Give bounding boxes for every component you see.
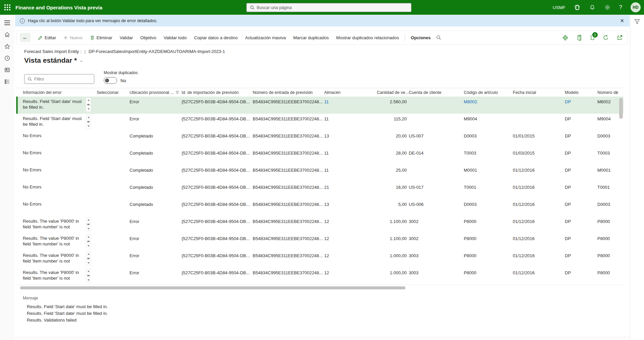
breadcrumb-entity[interactable]: Forecast Sales Import Entity : [24, 49, 82, 54]
message-panel-label: Mensaje [23, 296, 630, 300]
hamburger-menu-icon[interactable] [3, 19, 11, 26]
cell-quantity: 25,00 [377, 165, 409, 182]
table-row[interactable]: No ErrorsCompletado{527C25F0-B03B-4D84-9… [16, 165, 624, 182]
show-duplicates-toggle[interactable] [104, 77, 117, 84]
delete-button[interactable]: Eliminar [86, 33, 116, 43]
filter-input[interactable]: Filtro [24, 74, 94, 84]
mark-duplicates-button[interactable]: Marcar duplicados [290, 33, 333, 43]
cell-text-scrollbar[interactable] [86, 235, 91, 248]
column-header-start_date[interactable]: Fecha inicial [513, 90, 565, 95]
cell-text-scrollbar[interactable] [86, 252, 91, 265]
copy-to-target-button[interactable]: Copiar datos a destino [190, 33, 241, 43]
column-header-model[interactable]: Modelo [565, 90, 597, 95]
table-row[interactable]: No ErrorsCompletado{527C25F0-B03B-4D84-9… [16, 131, 624, 148]
column-header-quantity[interactable]: Cantidad de ve... [377, 90, 409, 95]
column-header-select[interactable]: Seleccionar [97, 90, 130, 95]
column-header-warehouse[interactable]: Almacén [324, 90, 377, 95]
column-header-status[interactable]: Ubicación provisional ... [130, 90, 182, 95]
back-button[interactable]: ← [20, 33, 31, 42]
table-row[interactable]: Results. The value 'P8000' in field 'Ite… [16, 250, 624, 268]
validate-all-button[interactable]: Validar todo [160, 33, 190, 43]
refresh-icon[interactable] [603, 35, 609, 41]
cell-item_code: M9004 [464, 114, 513, 131]
cell-text-scrollbar[interactable] [86, 115, 91, 128]
select-cell[interactable] [97, 165, 130, 182]
show-related-duplicates-button[interactable]: Mostrar duplicados relacionados [333, 33, 403, 43]
notifications-bell-icon[interactable] [589, 4, 596, 11]
select-cell[interactable] [97, 131, 130, 148]
banner-close-icon[interactable]: ✕ [619, 18, 625, 24]
copilot-icon[interactable] [574, 4, 581, 11]
cell-quantity: 28,00 [377, 148, 409, 165]
column-header-item_number[interactable]: Número de [597, 90, 624, 95]
table-row[interactable]: Results. Field 'Start date' must be fill… [16, 97, 624, 114]
mass-update-button[interactable]: Actualización masiva [241, 33, 289, 43]
table-row[interactable]: Results. Field 'Start date' must be fill… [16, 114, 624, 131]
error-info-text: No Errors [23, 131, 85, 148]
open-in-new-icon[interactable] [617, 35, 623, 41]
column-header-import_id[interactable]: Id. de importación de previsión [182, 90, 253, 95]
home-icon[interactable] [3, 31, 11, 38]
horizontal-scrollbar-thumb[interactable] [20, 286, 405, 289]
cell-entry_number: B54834C995E311EEBE37002248... [253, 233, 324, 250]
cell-item_number: T0001 [597, 182, 624, 199]
select-cell[interactable] [97, 182, 130, 199]
cell-start_date: 01/01/2015 [513, 131, 565, 148]
edit-button[interactable]: Editar [34, 33, 60, 43]
column-header-error_info[interactable]: Información del error [23, 90, 97, 95]
cell-item_code[interactable]: M8002 [464, 97, 513, 114]
help-icon[interactable]: ? [619, 4, 622, 10]
company-selector[interactable]: USMF [553, 5, 565, 10]
modules-list-icon[interactable] [3, 78, 11, 85]
table-row[interactable]: No ErrorsCompletado{527C25F0-B03B-4D84-9… [16, 182, 624, 199]
vertical-scrollbar[interactable] [619, 98, 623, 119]
settings-gear-icon[interactable] [604, 4, 611, 11]
cell-import_id: {527C25F0-B03B-4D84-9504-DB... [182, 250, 253, 268]
select-cell[interactable] [97, 250, 130, 268]
filter-pane-funnel-icon[interactable] [634, 19, 640, 340]
target-button[interactable]: Objetivo [137, 33, 160, 43]
error-info-text: No Errors [23, 182, 85, 199]
cell-item_code: P8000 [464, 250, 513, 268]
recent-clock-icon[interactable] [3, 55, 11, 61]
table-row[interactable]: Results. The value 'P8000' in field 'Ite… [16, 216, 624, 233]
cell-status: Completado [130, 165, 182, 182]
select-cell[interactable] [97, 148, 130, 165]
view-chevron-down-icon[interactable]: ⌄ [80, 58, 83, 63]
select-cell[interactable] [97, 268, 130, 285]
avatar[interactable]: HD [631, 2, 641, 12]
select-cell[interactable] [97, 233, 130, 250]
options-button[interactable]: Opciones [407, 33, 434, 43]
toolbar-search-icon[interactable] [436, 35, 441, 40]
cell-text-scrollbar[interactable] [86, 269, 91, 282]
column-options-icon[interactable]: ⋮ [614, 90, 619, 95]
attachments-icon[interactable]: 0 [590, 35, 595, 41]
app-launcher-button[interactable] [0, 0, 15, 15]
select-cell[interactable] [97, 199, 130, 216]
workspaces-icon[interactable] [3, 66, 11, 73]
select-cell[interactable] [97, 97, 130, 114]
table-row[interactable]: Results. The value 'P8000' in field 'Ite… [16, 268, 624, 285]
horizontal-scrollbar[interactable] [16, 286, 624, 290]
cell-item_code: T0001 [464, 182, 513, 199]
cell-text-scrollbar[interactable] [86, 98, 91, 111]
error-info-text: Results. The value 'P8000' in field 'Ite… [23, 268, 85, 285]
column-header-customer[interactable]: Cuenta de cliente [409, 90, 464, 95]
table-row[interactable]: No ErrorsCompletado{527C25F0-B03B-4D84-9… [16, 148, 624, 165]
global-search-input[interactable]: Buscar una página [246, 3, 411, 12]
cell-warehouse[interactable]: 11 [324, 97, 377, 114]
office-icon[interactable] [577, 35, 582, 41]
apps-diamond-icon[interactable] [562, 35, 568, 41]
breadcrumb-record[interactable]: DP-ForecastSalesImportEntity-AXZDEMOAUTO… [89, 49, 225, 54]
cell-model[interactable]: DP [565, 97, 597, 114]
cell-text-scrollbar[interactable] [86, 218, 91, 231]
favorites-star-icon[interactable] [3, 43, 11, 50]
column-header-item_code[interactable]: Código de artículo [464, 90, 513, 95]
cell-import_id: {527C25F0-B03B-4D84-9504-DB... [182, 165, 253, 182]
validate-button[interactable]: Validar [116, 33, 137, 43]
select-cell[interactable] [97, 114, 130, 131]
table-row[interactable]: Results. The value 'P8000' in field 'Ite… [16, 233, 624, 250]
select-cell[interactable] [97, 216, 130, 233]
table-row[interactable]: No ErrorsCompletado{527C25F0-B03B-4D84-9… [16, 199, 624, 216]
column-header-entry_number[interactable]: Número de entrada de previsión [253, 90, 324, 95]
